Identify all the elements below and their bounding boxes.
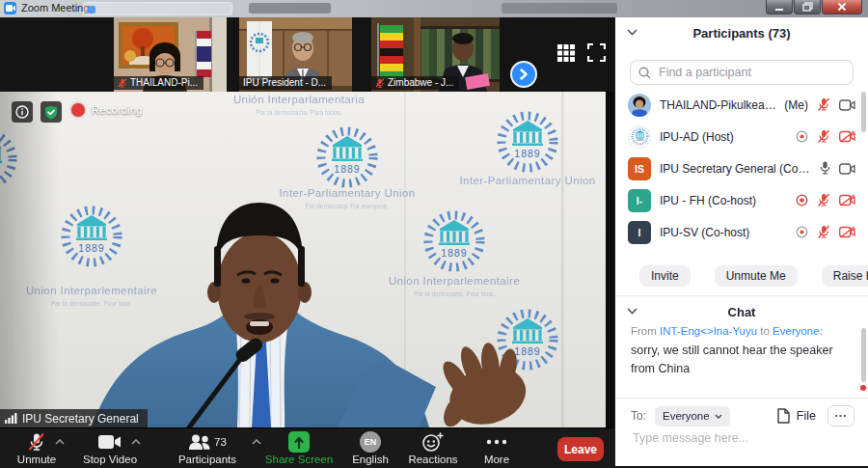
chat-scrollbar[interactable] bbox=[861, 328, 866, 382]
fullscreen-icon bbox=[587, 43, 606, 62]
video-thumbnail-ipu-president[interactable]: IPU President - D... bbox=[239, 17, 352, 92]
participants-button[interactable]: 73 Participants bbox=[164, 431, 251, 465]
recording-indicator-icon bbox=[796, 130, 808, 143]
thumbnail-name: Zimbabwe - J... bbox=[388, 77, 453, 88]
meeting-area: THAILAND-Pi... bbox=[0, 17, 614, 468]
fullscreen-button[interactable] bbox=[587, 43, 607, 63]
titlebar[interactable]: Zoom Meeting bbox=[0, 0, 868, 17]
encryption-shield-button[interactable] bbox=[41, 101, 62, 123]
participant-row[interactable]: I IPU-SV (Co-host) bbox=[615, 216, 868, 248]
raise-hand-button[interactable]: Raise Hand bbox=[822, 265, 868, 287]
next-videos-arrow-button[interactable] bbox=[510, 61, 537, 88]
main-speaker-video[interactable]: 1889 Unión Interparlamentaria Por la dem… bbox=[0, 92, 614, 427]
close-button[interactable] bbox=[822, 0, 862, 14]
backdrop-text-en: Inter-Parliamentary Union bbox=[459, 175, 595, 186]
thumbnail-name-label: IPU President - D... bbox=[239, 76, 332, 90]
gallery-view-button[interactable] bbox=[556, 43, 576, 63]
thumbnail-name: IPU President - D... bbox=[243, 77, 326, 88]
zoom-meeting-window: Zoom Meeting bbox=[0, 0, 868, 468]
chevron-down-icon bbox=[715, 414, 722, 419]
participants-count: 73 bbox=[214, 436, 227, 448]
language-en-icon: EN bbox=[360, 431, 381, 453]
chat-panel-title: Chat bbox=[615, 305, 868, 319]
recipient-selector[interactable]: Everyone bbox=[655, 406, 730, 427]
participant-row[interactable]: IPU-AD (Host) bbox=[615, 121, 868, 152]
thumbnail-name: THAILAND-Pi... bbox=[130, 77, 198, 88]
avatar: IS bbox=[628, 157, 651, 180]
share-screen-icon bbox=[288, 431, 310, 453]
avatar bbox=[628, 94, 651, 117]
chat-message-meta: From INT-Eng<>Ina-Yuyu to Everyone: bbox=[631, 323, 851, 340]
participant-row[interactable]: THAILAND-Pikulkeaw Krairi... (Me) bbox=[615, 89, 868, 121]
participant-row[interactable]: IS IPU Secretary General (Co-host) bbox=[615, 152, 868, 184]
grid-icon bbox=[556, 43, 576, 63]
background-window-tab bbox=[83, 2, 232, 15]
mic-muted-icon bbox=[817, 97, 830, 112]
speaker-name: IPU Secretary General bbox=[22, 412, 139, 426]
camera-on-icon bbox=[839, 163, 855, 175]
section-divider bbox=[615, 295, 868, 296]
thumbnail-name-label: THAILAND-Pi... bbox=[114, 76, 203, 90]
mic-muted-icon bbox=[27, 432, 46, 452]
reactions-smiley-icon bbox=[422, 432, 444, 452]
video-filmstrip: THAILAND-Pi... bbox=[0, 17, 614, 92]
video-thumbnail-thailand[interactable]: THAILAND-Pi... bbox=[114, 17, 227, 92]
chat-recipient: Everyone: bbox=[773, 325, 823, 337]
participants-actions: Invite Unmute Me Raise Hand bbox=[615, 265, 868, 287]
video-thumbnail-zimbabwe[interactable]: Zimbabwe - J... bbox=[371, 17, 500, 92]
backdrop-subtext: Par la démocratie. Pour tous. bbox=[414, 290, 495, 297]
search-input[interactable] bbox=[657, 65, 845, 80]
chat-message-text: sorry, we still cannot hear the speaker … bbox=[631, 342, 851, 378]
minimize-button[interactable] bbox=[766, 0, 793, 14]
recording-dot-icon bbox=[71, 103, 85, 117]
chat-sender: INT-Eng<>Ina-Yuyu bbox=[660, 325, 757, 337]
mic-muted-icon bbox=[817, 193, 830, 207]
video-options-caret[interactable] bbox=[131, 439, 141, 445]
backdrop-text-es: Unión Interparlamentaria bbox=[233, 94, 365, 105]
avatar-ipu-logo bbox=[628, 125, 651, 149]
mic-on-icon bbox=[820, 161, 830, 176]
speaker-name-tag: IPU Secretary General bbox=[0, 409, 148, 427]
backdrop-text-en: Inter-Parliamentary Union bbox=[279, 187, 415, 199]
stop-video-button[interactable]: Stop Video bbox=[67, 431, 153, 465]
recording-indicator-icon bbox=[796, 226, 808, 238]
background-window-artifact bbox=[502, 3, 617, 14]
camera-off-icon bbox=[839, 226, 855, 238]
meeting-toolbar: Unmute Stop Video 73 Participants Share … bbox=[0, 427, 614, 468]
backdrop-text-fr: Union Interparlementaire bbox=[389, 275, 520, 287]
avatar: I bbox=[628, 221, 651, 244]
chat-send-to-row: To: Everyone File ... bbox=[631, 404, 854, 427]
participants-scrollbar[interactable] bbox=[861, 92, 866, 132]
shield-check-icon bbox=[44, 105, 58, 120]
zoom-app-icon bbox=[4, 2, 16, 14]
file-share-button[interactable]: File bbox=[777, 408, 816, 424]
unmute-me-button[interactable]: Unmute Me bbox=[715, 265, 798, 287]
mic-muted-icon bbox=[375, 78, 385, 88]
restore-button[interactable] bbox=[794, 0, 821, 14]
invite-button[interactable]: Invite bbox=[639, 265, 691, 287]
recording-indicator-icon bbox=[796, 194, 808, 206]
ellipsis-icon bbox=[486, 439, 507, 445]
participants-icon bbox=[188, 434, 211, 451]
thumbnail-name-label: Zimbabwe - J... bbox=[371, 76, 459, 90]
participant-row[interactable]: I- IPU - FH (Co-host) bbox=[615, 184, 868, 216]
recording-label: Recording bbox=[92, 104, 142, 116]
camera-on-icon bbox=[839, 99, 855, 111]
file-icon bbox=[777, 408, 790, 424]
backdrop-subtext: For democracy. For everyone. bbox=[306, 203, 390, 210]
mic-muted-icon bbox=[817, 225, 830, 239]
background-window-artifact bbox=[249, 3, 331, 14]
chat-more-button[interactable]: ... bbox=[827, 405, 854, 427]
meeting-info-button[interactable] bbox=[12, 101, 33, 123]
more-button[interactable]: More bbox=[453, 431, 540, 465]
camera-off-icon bbox=[839, 194, 855, 206]
section-divider bbox=[615, 398, 868, 399]
chat-message: From INT-Eng<>Ina-Yuyu to Everyone: sorr… bbox=[631, 323, 851, 378]
chat-unread-indicator bbox=[860, 385, 866, 391]
chat-message-input[interactable] bbox=[631, 430, 853, 446]
camera-icon bbox=[98, 434, 122, 450]
participant-search-box[interactable] bbox=[630, 60, 854, 85]
leave-button[interactable]: Leave bbox=[557, 437, 604, 461]
audio-options-caret[interactable] bbox=[55, 439, 65, 445]
recording-indicator: Recording bbox=[71, 103, 142, 117]
